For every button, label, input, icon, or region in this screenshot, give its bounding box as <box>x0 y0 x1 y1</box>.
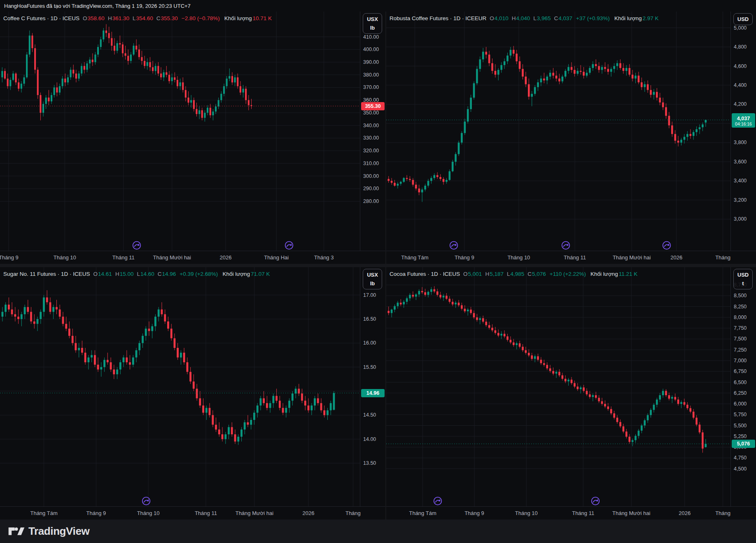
price-tick: 3,600 <box>734 158 747 165</box>
price-tick: 7,500 <box>734 336 747 342</box>
candlestick-canvas[interactable] <box>386 12 730 251</box>
time-tick: Tháng <box>715 510 730 516</box>
price-tick: 390.00 <box>363 59 379 65</box>
ohlc-c: C5,076 <box>524 271 546 277</box>
volume-label: Khối lượng <box>590 271 618 277</box>
time-tick: Tháng Hai <box>264 254 289 261</box>
price-tick: 4,800 <box>734 44 747 50</box>
time-axis[interactable]: Tháng TámTháng 9Tháng 10Tháng 11Tháng Mư… <box>386 506 756 520</box>
price-tick: 3,400 <box>734 177 747 184</box>
jump-arrow-icon[interactable] <box>662 241 671 250</box>
price-tick: 4,600 <box>734 63 747 70</box>
tradingview-logo-text: TradingView <box>28 525 89 538</box>
unit-box[interactable]: USDt <box>733 269 753 289</box>
ohlc-o: O358.60 <box>79 15 105 21</box>
price-axis[interactable]: USXlb 17.0016.5016.0015.5015.0014.5014.0… <box>360 267 385 506</box>
chart-legend[interactable]: Coffee C Futures · 1D · ICEUSO358.60H361… <box>3 15 272 21</box>
unit-line: USD <box>734 15 752 23</box>
ohlc-l: L3,965 <box>530 15 551 21</box>
price-tick: 5,250 <box>734 433 747 440</box>
price-tick: 6,500 <box>734 379 747 386</box>
volume-label: Khối lượng <box>222 271 250 277</box>
time-tick: 2026 <box>670 254 682 261</box>
price-tick: 6,750 <box>734 368 747 375</box>
last-price-tag: 14.96 <box>361 389 385 397</box>
candlestick-canvas[interactable] <box>0 267 360 506</box>
ohlc-h: H15.00 <box>112 271 134 277</box>
time-tick: Tháng 9 <box>86 510 106 516</box>
unit-box[interactable]: USXlb <box>363 13 382 34</box>
jump-arrow-icon[interactable] <box>433 496 442 506</box>
tradingview-logo[interactable]: TradingView <box>8 525 89 538</box>
jump-arrow-icon[interactable] <box>449 241 458 250</box>
jump-arrow-icon[interactable] <box>132 241 141 250</box>
price-tick: 8,000 <box>734 314 747 321</box>
price-tick: 290.00 <box>363 185 379 192</box>
time-axis[interactable]: Tháng TámTháng 9Tháng 10Tháng 11Tháng Mư… <box>386 251 756 264</box>
time-tick: Tháng 10 <box>507 254 530 261</box>
change-value: −2.80 (−0.78%) <box>182 15 220 21</box>
price-axis[interactable]: USDt 8,7508,5008,2508,0007,7507,5007,250… <box>730 267 756 506</box>
price-axis[interactable]: USD 5,0004,8004,6004,4004,2004,0003,8003… <box>730 12 756 251</box>
jump-arrow-icon[interactable] <box>142 496 151 506</box>
chart-legend[interactable]: Sugar No. 11 Futures · 1D · ICEUSO14.61H… <box>3 271 270 277</box>
price-tick: 17.00 <box>363 292 376 298</box>
volume-value: 11.21 K <box>619 271 638 277</box>
jump-arrow-icon[interactable] <box>591 496 600 506</box>
chart-title: Sugar No. 11 Futures · 1D · ICEUS <box>3 271 90 277</box>
chart-legend[interactable]: Robusta Coffee Futures · 1D · ICEEURO4,0… <box>390 15 659 21</box>
time-tick: Tháng Mười hai <box>153 254 191 261</box>
footer-bar: TradingView <box>0 520 756 543</box>
price-tick: 5,750 <box>734 411 747 418</box>
unit-line: lb <box>363 23 382 32</box>
volume-label: Khối lượng <box>614 15 642 21</box>
ohlc-h: H4,040 <box>509 15 530 21</box>
unit-line: lb <box>363 279 382 288</box>
ohlc-c: C14.96 <box>154 271 176 277</box>
attribution-text: HangHoaFutures đã tạo với TradingView.co… <box>4 3 191 9</box>
price-tick: 410.00 <box>363 34 379 40</box>
price-tick: 4,750 <box>734 454 747 461</box>
time-axis[interactable]: Tháng TámTháng 9Tháng 10Tháng 11Tháng Mư… <box>0 506 385 520</box>
change-value: +110 (+2.22%) <box>550 271 586 277</box>
time-tick: Tháng 9 <box>0 254 19 261</box>
price-tick: 4,500 <box>734 466 747 472</box>
price-tick: 8,250 <box>734 303 747 310</box>
unit-box[interactable]: USD <box>733 13 753 25</box>
price-axis[interactable]: USXlb 410.00400.00390.00380.00370.00360.… <box>360 12 385 251</box>
ohlc-c: C355.30 <box>153 15 178 21</box>
chart-title: Coffee C Futures · 1D · ICEUS <box>3 15 79 21</box>
chart-panel-coffee-c-futures: Coffee C Futures · 1D · ICEUSO358.60H361… <box>0 12 385 264</box>
time-tick: Tháng 10 <box>137 510 160 516</box>
candlestick-canvas[interactable] <box>386 267 730 506</box>
price-tick: 370.00 <box>363 84 379 91</box>
time-tick: Tháng <box>345 510 361 516</box>
price-tick: 14.00 <box>363 436 376 443</box>
time-tick: Tháng 11 <box>112 254 135 261</box>
ohlc-o: O14.61 <box>90 271 112 277</box>
chart-legend[interactable]: Cocoa Futures · 1D · ICEUSO5,001H5,187L4… <box>390 271 637 277</box>
chart-panel-robusta-coffee-futures: Robusta Coffee Futures · 1D · ICEEURO4,0… <box>386 12 756 264</box>
last-price-tag: 4,03704:16:16 <box>732 113 755 128</box>
time-tick: Tháng 11 <box>564 254 586 261</box>
chart-panel-cocoa-futures: Cocoa Futures · 1D · ICEUSO5,001H5,187L4… <box>386 267 756 520</box>
price-tick: 6,000 <box>734 401 747 407</box>
jump-arrow-icon[interactable] <box>285 241 294 250</box>
unit-line: USX <box>363 15 382 23</box>
unit-line: t <box>734 279 752 288</box>
last-price-tag: 355.30 <box>361 102 385 110</box>
price-tick: 330.00 <box>363 135 379 141</box>
time-axis[interactable]: Tháng 9Tháng 10Tháng 11Tháng Mười hai202… <box>0 251 385 264</box>
tradingview-logo-icon <box>8 527 25 536</box>
change-value: +37 (+0.93%) <box>576 15 610 21</box>
candlestick-canvas[interactable] <box>0 12 360 251</box>
volume-value: 71.07 K <box>251 271 270 277</box>
jump-arrow-icon[interactable] <box>561 241 570 250</box>
price-tick: 14.50 <box>363 412 376 418</box>
ohlc-h: H5,187 <box>482 271 504 277</box>
price-tick: 4,400 <box>734 82 747 89</box>
attribution-bar: HangHoaFutures đã tạo với TradingView.co… <box>0 0 756 12</box>
chart-title: Robusta Coffee Futures · 1D · ICEEUR <box>390 15 486 21</box>
price-tick: 16.50 <box>363 316 376 322</box>
unit-box[interactable]: USXlb <box>363 269 382 289</box>
